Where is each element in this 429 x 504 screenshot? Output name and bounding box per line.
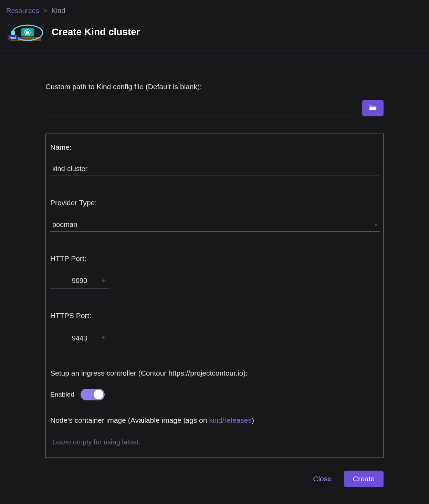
provider-field: Provider Type: ▼: [50, 197, 380, 232]
ingress-label: Setup an ingress controller (Contour htt…: [50, 368, 380, 379]
kind-logo-icon: kind: [6, 21, 44, 43]
https-port-label: HTTPS Port:: [50, 310, 380, 321]
http-port-decrement[interactable]: -: [52, 277, 59, 285]
ingress-field: Setup an ingress controller (Contour htt…: [50, 368, 380, 401]
browse-file-button[interactable]: [362, 100, 384, 116]
page-header: kind Create Kind cluster: [0, 19, 429, 51]
chevron-right-icon: >: [43, 6, 48, 16]
node-image-label: Node's container image (Available image …: [50, 415, 380, 426]
http-port-field: HTTP Port: - 9090 +: [50, 253, 380, 289]
https-port-field: HTTPS Port: - 9443 +: [50, 310, 380, 346]
close-button[interactable]: Close: [313, 473, 332, 484]
node-image-label-pre: Node's container image (Available image …: [50, 416, 209, 424]
config-file-input[interactable]: [45, 103, 355, 116]
kind-releases-link[interactable]: kind/releases: [209, 416, 252, 424]
config-file-row: Custom path to Kind config file (Default…: [45, 81, 384, 116]
node-image-label-post: ): [252, 416, 254, 424]
name-input[interactable]: [50, 163, 380, 176]
page-title: Create Kind cluster: [52, 25, 140, 39]
toggle-knob: [94, 390, 103, 399]
breadcrumb-root[interactable]: Resources: [6, 6, 39, 16]
create-button[interactable]: Create: [344, 471, 384, 487]
https-port-decrement[interactable]: -: [52, 334, 59, 342]
http-port-stepper[interactable]: - 9090 +: [50, 274, 109, 289]
svg-rect-3: [11, 31, 15, 35]
cluster-settings-box: Name: Provider Type: ▼ HTTP Port: - 9090…: [45, 134, 384, 458]
http-port-label: HTTP Port:: [50, 253, 380, 264]
http-port-increment[interactable]: +: [100, 277, 107, 285]
node-image-input[interactable]: [50, 436, 380, 449]
https-port-value: 9443: [72, 333, 87, 343]
https-port-stepper[interactable]: - 9443 +: [50, 332, 109, 346]
breadcrumb-current: Kind: [51, 6, 65, 16]
svg-text:kind: kind: [10, 36, 16, 40]
node-image-field: Node's container image (Available image …: [50, 415, 380, 449]
name-field: Name:: [50, 142, 380, 176]
provider-select[interactable]: [50, 219, 380, 232]
dialog-footer: Close Create: [0, 458, 429, 487]
provider-label: Provider Type:: [50, 197, 380, 208]
breadcrumb: Resources > Kind: [0, 0, 429, 19]
folder-open-icon: [369, 104, 377, 112]
ingress-enabled-label: Enabled: [50, 390, 74, 400]
name-label: Name:: [50, 142, 380, 153]
https-port-increment[interactable]: +: [100, 334, 107, 342]
ingress-toggle[interactable]: [81, 389, 105, 400]
config-file-label: Custom path to Kind config file (Default…: [45, 81, 355, 92]
http-port-value: 9090: [72, 275, 87, 286]
